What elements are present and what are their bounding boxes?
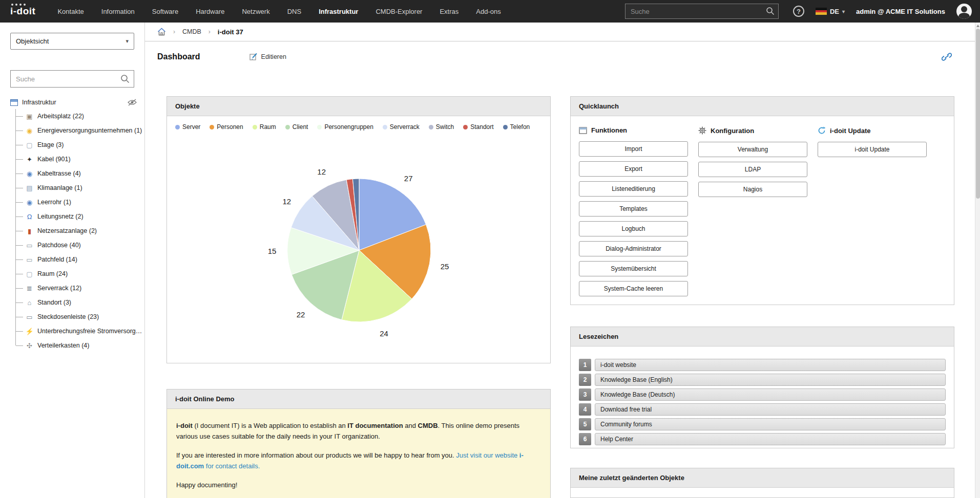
i-doit-update-button[interactable]: i-doit Update	[818, 142, 927, 157]
legend-dot	[285, 125, 290, 129]
language-selector[interactable]: DE ▾	[816, 8, 845, 15]
nav-item-software[interactable]: Software	[143, 0, 187, 23]
edit-pencil-icon	[249, 53, 258, 61]
demo-panel: i-doit Online Demo i-doit (I document IT…	[166, 389, 551, 498]
tree-item-patchfeld-14[interactable]: ▭Patchfeld (14)	[16, 252, 137, 267]
tree-item-raum-24[interactable]: ▢Raum (24)	[16, 267, 137, 281]
system-bersicht-button[interactable]: Systemübersicht	[579, 261, 688, 276]
tree-children: ▣Arbeitsplatz (22)◉Energieversorgungsunt…	[15, 109, 137, 353]
verwaltung-button[interactable]: Verwaltung	[698, 142, 807, 157]
topbar-search-input[interactable]	[625, 4, 779, 19]
tree-item-leerrohr-1[interactable]: ◉Leerrohr (1)	[16, 195, 137, 209]
window-icon	[579, 127, 587, 134]
tree-item-leitungsnetz-2[interactable]: ΩLeitungsnetz (2)	[16, 209, 137, 224]
quicklaunch-group-header: Konfiguration	[698, 126, 807, 135]
demo-panel-header: i-doit Online Demo	[167, 389, 550, 409]
chart-legend: ServerPersonenRaumClientPersonengruppenS…	[167, 116, 550, 131]
tree-item-label: Serverrack (12)	[37, 285, 81, 292]
sidebar-search-input[interactable]	[10, 70, 134, 88]
export-button[interactable]: Export	[579, 161, 688, 177]
dialog-administrator-button[interactable]: Dialog-Administrator	[579, 241, 688, 256]
legend-dot	[317, 125, 322, 129]
eye-slash-icon[interactable]	[127, 99, 137, 106]
bookmark-link-community-forums[interactable]: Community forums	[595, 418, 946, 430]
legend-item-server: Server	[175, 123, 200, 131]
nav-item-netzwerk[interactable]: Netzwerk	[233, 0, 278, 23]
ldap-button[interactable]: LDAP	[698, 162, 807, 177]
bookmark-link-knowledge-base-english[interactable]: Knowledge Base (English)	[595, 374, 946, 386]
legend-item-raum: Raum	[253, 123, 276, 131]
permalink-icon[interactable]	[942, 52, 952, 61]
demo-text-segment: CMDB	[418, 422, 438, 429]
nav-item-information[interactable]: Information	[93, 0, 143, 23]
import-button[interactable]: Import	[579, 141, 688, 157]
listeneditierung-button[interactable]: Listeneditierung	[579, 181, 688, 197]
tree-item-kabeltrasse-4[interactable]: ◉Kabeltrasse (4)	[16, 166, 137, 181]
bookmark-row: 5Community forums	[579, 418, 946, 430]
tree-item-kabel-901[interactable]: ✦Kabel (901)	[16, 152, 137, 166]
system-cache-leeren-button[interactable]: System-Cache leeren	[579, 281, 688, 296]
demo-link[interactable]: Just visit our website	[456, 451, 519, 459]
tree-item-unterbrechungsfreie-stromversorg[interactable]: ⚡Unterbrechungsfreie Stromversorg…	[16, 324, 137, 338]
tree-item-patchdose-40[interactable]: ▭Patchdose (40)	[16, 238, 137, 252]
demo-text-segment: IT documentation	[347, 422, 403, 429]
floor-icon: ▢	[25, 142, 34, 148]
object-view-select[interactable]: Objektsicht ▾	[10, 33, 134, 50]
bulb-icon: ◉	[25, 127, 34, 134]
tree-item-arbeitsplatz-22[interactable]: ▣Arbeitsplatz (22)	[16, 109, 137, 123]
help-icon[interactable]: ?	[793, 6, 804, 17]
bookmark-link-knowledge-base-deutsch[interactable]: Knowledge Base (Deutsch)	[595, 388, 946, 401]
tree-item-verteilerkasten-4[interactable]: ✣Verteilerkasten (4)	[16, 338, 137, 353]
svg-text:25: 25	[441, 262, 449, 271]
nav-item-dns[interactable]: DNS	[279, 0, 310, 23]
nav-item-add-ons[interactable]: Add-ons	[467, 0, 509, 23]
svg-text:12: 12	[282, 197, 291, 206]
avatar[interactable]	[956, 4, 972, 19]
bookmark-link-download-free-trial[interactable]: Download free trial	[595, 403, 946, 416]
tree-item-label: Leerrohr (1)	[37, 199, 71, 206]
legend-item-telefon: Telefon	[503, 123, 530, 131]
legend-label: Switch	[436, 123, 454, 131]
tree-item-steckdosenleiste-23[interactable]: ▭Steckdosenleiste (23)	[16, 310, 137, 324]
nav-item-extras[interactable]: Extras	[431, 0, 467, 23]
tree-item-klimaanlage-1[interactable]: ▤Klimaanlage (1)	[16, 181, 137, 195]
bookmarks-panel: Lesezeichen 1i-doit website2Knowledge Ba…	[570, 327, 954, 448]
objects-panel: Objekte ServerPersonenRaumClientPersonen…	[166, 96, 551, 363]
nav-item-infrastruktur[interactable]: Infrastruktur	[310, 0, 367, 23]
app-logo[interactable]: i-doit	[10, 6, 35, 17]
demo-text-segment: Happy documenting!	[176, 481, 237, 489]
edit-button[interactable]: Editieren	[249, 53, 286, 61]
legend-dot	[210, 125, 214, 129]
breadcrumb-separator: ›	[173, 28, 175, 35]
nav-item-cmdb-explorer[interactable]: CMDB-Explorer	[367, 0, 431, 23]
nagios-button[interactable]: Nagios	[698, 182, 807, 197]
tree-item-serverrack-12[interactable]: ≣Serverrack (12)	[16, 281, 137, 295]
templates-button[interactable]: Templates	[579, 201, 688, 216]
bookmark-link-help-center[interactable]: Help Center	[595, 433, 946, 445]
logbuch-button[interactable]: Logbuch	[579, 221, 688, 236]
scrollbar-thumb[interactable]	[976, 29, 980, 199]
home-icon[interactable]	[157, 28, 166, 36]
language-label: DE	[830, 8, 839, 15]
tree-item-etage-3[interactable]: ▢Etage (3)	[16, 138, 137, 152]
tree-item-standort-3[interactable]: ⌂Standort (3)	[16, 295, 137, 310]
tree-item-energieversorgungsunternehmen-1[interactable]: ◉Energieversorgungsunternehmen (1)	[16, 123, 137, 138]
nav-item-hardware[interactable]: Hardware	[187, 0, 233, 23]
quicklaunch-group-title: Konfiguration	[711, 127, 754, 135]
bookmark-number: 4	[579, 403, 591, 416]
bookmark-number: 6	[579, 433, 591, 445]
demo-link[interactable]: for contact details.	[204, 462, 260, 470]
tree-item-netzersatzanlage-2[interactable]: ▮Netzersatzanlage (2)	[16, 224, 137, 238]
bookmark-link-i-doit-website[interactable]: i-doit website	[595, 359, 946, 371]
scroll-up-arrow[interactable]	[975, 23, 980, 29]
building-icon: ⌂	[25, 299, 34, 306]
breadcrumb-cmdb[interactable]: CMDB	[182, 28, 201, 35]
nav-item-kontakte[interactable]: Kontakte	[49, 0, 92, 23]
bookmark-number: 2	[579, 374, 591, 386]
tree-root-infrastruktur[interactable]: Infrastruktur	[10, 96, 137, 109]
svg-text:27: 27	[404, 174, 413, 183]
bookmark-number: 3	[579, 388, 591, 401]
user-menu[interactable]: admin @ ACME IT Solutions	[856, 8, 945, 15]
dashboard-content: Objekte ServerPersonenRaumClientPersonen…	[145, 72, 980, 498]
objects-pie-chart[interactable]: 27252422151212	[167, 132, 550, 349]
